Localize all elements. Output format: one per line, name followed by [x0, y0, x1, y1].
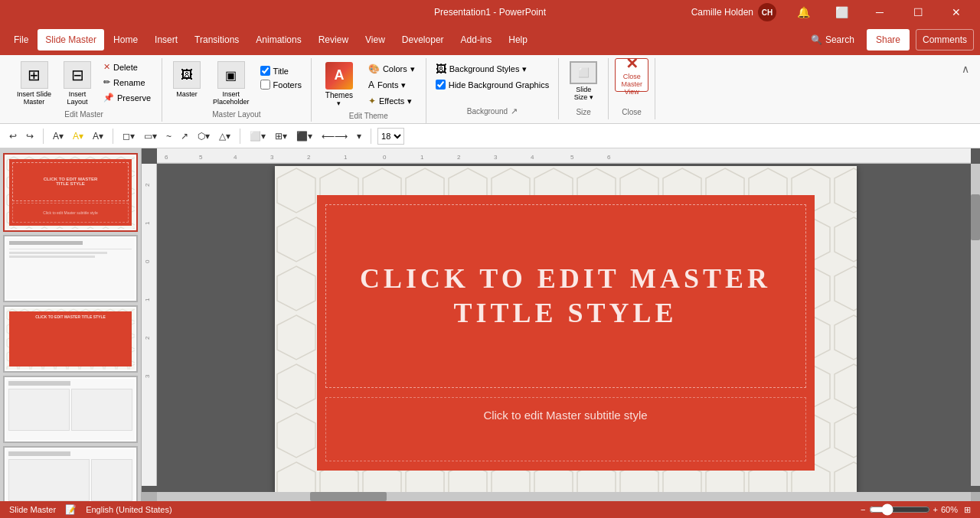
- svg-text:1: 1: [144, 298, 151, 301]
- toolbar-line[interactable]: ~: [163, 129, 175, 143]
- fonts-button[interactable]: A Fonts ▾: [364, 77, 420, 93]
- slide-subtitle-placeholder[interactable]: Click to edit Master subtitle style: [325, 397, 806, 461]
- preserve-button[interactable]: 📌 Preserve: [99, 90, 155, 105]
- slide-title-text: CLICK TO EDIT MASTER TITLE STYLE: [326, 262, 805, 331]
- slide[interactable]: CLICK TO EDIT MASTER TITLE STYLE Click t…: [275, 166, 857, 494]
- themes-button[interactable]: A Themes ▾: [318, 58, 361, 110]
- master-button[interactable]: 🖼 Master: [168, 58, 205, 101]
- menu-help[interactable]: Help: [501, 29, 535, 50]
- slide-thumbnail-4[interactable]: [3, 376, 138, 443]
- toolbar-align[interactable]: ⟵⟶: [318, 129, 351, 143]
- toolbar-block[interactable]: ⬛▾: [293, 129, 315, 143]
- toolbar-highlight[interactable]: A▾: [70, 129, 87, 143]
- toolbar-format[interactable]: A▾: [90, 129, 106, 143]
- notes-icon[interactable]: 📝: [65, 504, 77, 515]
- toolbar-shape1[interactable]: ◻▾: [119, 129, 138, 143]
- menu-view[interactable]: View: [358, 29, 393, 50]
- colors-button[interactable]: 🎨 Colors ▾: [364, 61, 420, 77]
- window-title: Presentation1 - PowerPoint: [434, 7, 546, 18]
- toolbar-arrange[interactable]: ↗: [178, 129, 191, 143]
- toolbar-shape2[interactable]: ▭▾: [141, 129, 160, 143]
- slide-thumbnail-1[interactable]: CLICK TO EDIT MASTERTITLE STYLE Click to…: [3, 153, 138, 232]
- bg-styles-label: Background Styles: [449, 64, 520, 73]
- vertical-scrollbar[interactable]: [971, 164, 980, 486]
- zoom-out-icon[interactable]: −: [861, 505, 865, 514]
- maximize-button[interactable]: ☐: [900, 0, 936, 24]
- svg-text:2: 2: [457, 154, 461, 161]
- toolbar-undo[interactable]: ↩: [6, 129, 20, 143]
- menu-file[interactable]: File: [6, 29, 36, 50]
- close-master-view-button[interactable]: ✕ CloseMaster View: [615, 58, 648, 92]
- slide-thumbnail-3[interactable]: CLICK TO EDIT MASTER TITLE STYLE: [3, 305, 138, 373]
- fonts-label: Fonts: [377, 80, 399, 90]
- menu-insert[interactable]: Insert: [147, 29, 185, 50]
- menu-review[interactable]: Review: [311, 29, 356, 50]
- menu-addins[interactable]: Add-ins: [453, 29, 500, 50]
- horizontal-scrollbar-thumb[interactable]: [310, 492, 387, 501]
- horizontal-scrollbar[interactable]: [157, 492, 971, 501]
- insert-placeholder-button[interactable]: ▣ InsertPlaceholder: [208, 58, 254, 109]
- toolbar-font-color[interactable]: A▾: [50, 129, 67, 143]
- edit-master-content: ⊞ Insert SlideMaster ⊟ InsertLayout ✕ De…: [12, 58, 155, 109]
- zoom-slider[interactable]: [869, 503, 930, 516]
- toolbar-img[interactable]: ⬜▾: [247, 129, 269, 143]
- hide-bg-checkbox[interactable]: [436, 80, 446, 90]
- toolbar-hex[interactable]: ⬡▾: [194, 129, 213, 143]
- slide-size-icon: ⬜: [570, 61, 597, 84]
- status-bar-right: − + 60% ⊞: [861, 503, 971, 516]
- thumb5-inner: [6, 449, 135, 501]
- menu-transitions[interactable]: Transitions: [187, 29, 247, 50]
- title-checkbox-row[interactable]: Title: [257, 64, 305, 77]
- zoom-control[interactable]: − + 60%: [861, 503, 958, 516]
- footers-checkbox[interactable]: [260, 80, 270, 90]
- search-label: Search: [825, 34, 854, 45]
- master-layout-label: Master Layout: [168, 109, 305, 122]
- insert-layout-button[interactable]: ⊟ InsertLayout: [59, 58, 96, 109]
- minimize-button[interactable]: ─: [862, 0, 897, 24]
- search-button[interactable]: 🔍 Search: [805, 31, 861, 48]
- hide-bg-graphics-row[interactable]: Hide Background Graphics: [433, 78, 552, 91]
- slide-size-button[interactable]: ⬜ SlideSize ▾: [565, 58, 602, 104]
- title-checkbox[interactable]: [260, 66, 270, 76]
- insert-slide-master-button[interactable]: ⊞ Insert SlideMaster: [12, 58, 56, 109]
- title-label: Title: [273, 67, 289, 76]
- title-bar: Presentation1 - PowerPoint Camille Holde…: [0, 0, 980, 24]
- ribbon-collapse-button[interactable]: ∧: [957, 61, 974, 77]
- toolbar-triangle[interactable]: △▾: [216, 129, 234, 143]
- background-expand-icon[interactable]: ↗: [511, 106, 518, 116]
- slide-thumbnail-2[interactable]: [3, 235, 138, 302]
- share-button[interactable]: Share: [867, 29, 910, 50]
- themes-label: Themes: [325, 91, 353, 99]
- ruler-left-marks: 2 1 0 1 2 3: [142, 164, 157, 486]
- thumb1-subtitle: Click to edit Master subtitle style: [12, 203, 129, 223]
- restore-icon[interactable]: ⬜: [824, 0, 859, 24]
- toolbar-grid[interactable]: ⊞▾: [272, 129, 290, 143]
- menu-home[interactable]: Home: [106, 29, 145, 50]
- slide-thumbnail-5[interactable]: [3, 446, 138, 501]
- slide-title-placeholder[interactable]: CLICK TO EDIT MASTER TITLE STYLE: [325, 204, 806, 388]
- background-styles-button[interactable]: 🖼 Background Styles ▾: [433, 61, 552, 77]
- close-button[interactable]: ✕: [939, 0, 974, 24]
- notification-icon[interactable]: 🔔: [786, 0, 821, 24]
- menu-slide-master[interactable]: Slide Master: [38, 29, 104, 50]
- comments-button[interactable]: Comments: [916, 29, 974, 50]
- title-bar-controls: Camille Holden CH 🔔 ⬜ ─ ☐ ✕: [691, 0, 974, 24]
- svg-text:2: 2: [144, 336, 151, 340]
- status-bar: Slide Master 📝 English (United States) −…: [0, 501, 980, 518]
- menu-animations[interactable]: Animations: [248, 29, 309, 50]
- rename-button[interactable]: ✏ Rename: [99, 75, 155, 90]
- svg-text:3: 3: [144, 374, 151, 378]
- menu-developer[interactable]: Developer: [394, 29, 452, 50]
- vertical-scrollbar-thumb[interactable]: [971, 194, 980, 240]
- theme-options-col: 🎨 Colors ▾ A Fonts ▾ ✦ Effects ▾: [364, 58, 420, 109]
- fit-page-icon[interactable]: ⊞: [964, 505, 971, 515]
- delete-button[interactable]: ✕ Delete: [99, 60, 155, 74]
- zoom-in-icon[interactable]: +: [933, 505, 938, 514]
- effects-dropdown: ▾: [407, 96, 412, 106]
- slide-subtitle-text: Click to edit Master subtitle style: [483, 409, 647, 422]
- font-size-select[interactable]: 18 24 28 32: [377, 128, 404, 145]
- effects-button[interactable]: ✦ Effects ▾: [364, 93, 420, 109]
- footers-checkbox-row[interactable]: Footers: [257, 78, 305, 91]
- toolbar-redo[interactable]: ↪: [23, 129, 37, 143]
- toolbar-more[interactable]: ▾: [354, 129, 364, 143]
